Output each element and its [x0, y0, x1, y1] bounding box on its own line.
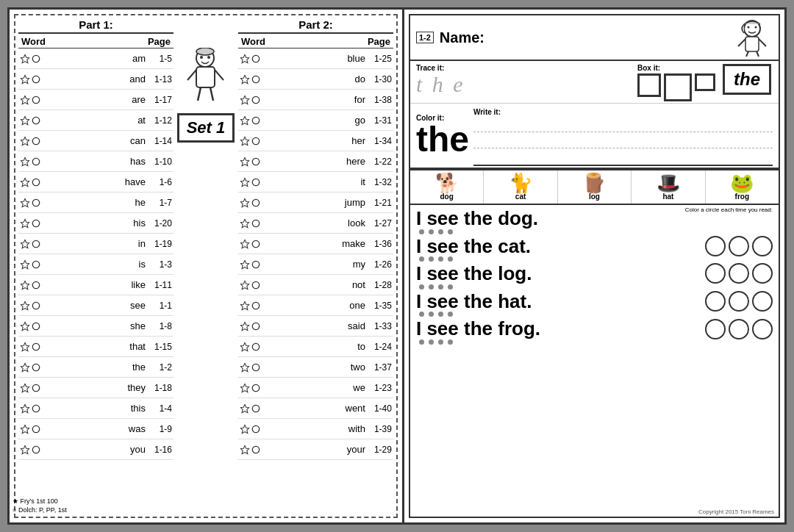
right-panel: 1-2 Name: [404, 10, 784, 522]
circle-icon [32, 384, 40, 392]
page-text: 1-14 [150, 136, 172, 146]
name-header: 1-2 Name: [410, 15, 779, 61]
dot [419, 312, 424, 317]
read-circle[interactable] [729, 291, 749, 312]
read-circle[interactable] [729, 319, 749, 339]
dot [429, 339, 434, 345]
word-row: can 1-14 [18, 131, 174, 151]
write-line-2[interactable] [473, 135, 773, 148]
svg-marker-53 [240, 96, 248, 104]
svg-point-62 [252, 179, 259, 185]
svg-point-68 [252, 240, 259, 247]
svg-point-88 [252, 446, 259, 453]
circles-group [705, 291, 773, 312]
circle-icon [251, 384, 260, 392]
dot [438, 229, 443, 234]
write-line-1[interactable] [473, 119, 773, 132]
star-icon [20, 342, 30, 352]
page-text: 1-37 [370, 362, 392, 373]
star-icon [240, 74, 250, 85]
svg-marker-67 [240, 240, 248, 248]
word-text: it [266, 176, 370, 187]
page-text: 1-24 [370, 342, 392, 352]
trace-text: t h e [416, 72, 634, 97]
picture-emoji: 🐸 [730, 173, 754, 193]
svg-point-29 [32, 343, 39, 350]
word-text: said [266, 320, 370, 331]
page-text: 1-16 [150, 445, 172, 455]
word-row: at 1-12 [18, 110, 174, 131]
page-text: 1-8 [150, 321, 172, 331]
word-row: like 1-11 [18, 275, 174, 295]
picture-emoji: 🐕 [435, 173, 459, 193]
svg-marker-77 [240, 342, 248, 351]
svg-point-43 [207, 56, 210, 59]
page-text: 1-32 [370, 177, 392, 187]
read-circle[interactable] [752, 319, 773, 339]
circles-group [705, 263, 773, 284]
read-circle[interactable] [752, 291, 773, 312]
svg-marker-75 [240, 322, 248, 330]
word-row: one 1-35 [238, 295, 393, 316]
sentence-text: I see the dog. [416, 208, 538, 229]
svg-marker-38 [21, 445, 29, 453]
svg-marker-26 [21, 322, 29, 330]
circle-icon [32, 96, 40, 104]
svg-marker-59 [240, 157, 248, 165]
word-text: in [46, 238, 150, 249]
svg-marker-20 [21, 260, 29, 268]
read-circle[interactable] [705, 319, 726, 339]
write-label: Write it: [473, 108, 773, 116]
word-text: her [266, 135, 370, 146]
circle-icon [32, 178, 40, 187]
word-text: and [46, 73, 150, 85]
box-e [695, 73, 715, 91]
left-panel: Part 1: Word Page am 1-5 [10, 10, 404, 522]
svg-marker-22 [21, 281, 29, 289]
svg-line-47 [198, 87, 201, 101]
word-row: is 1-3 [18, 254, 174, 275]
sentence-text: I see the hat. [416, 291, 532, 312]
word-row: two 1-37 [238, 357, 393, 378]
svg-marker-8 [21, 137, 29, 145]
page-text: 1-27 [370, 218, 392, 229]
read-circle[interactable] [705, 236, 726, 256]
picture-label: cat [515, 193, 526, 201]
page-text: 1-33 [370, 321, 392, 331]
star-icon [240, 218, 250, 229]
read-circle[interactable] [705, 263, 726, 284]
svg-point-13 [32, 179, 39, 185]
star-icon [20, 301, 30, 311]
read-circle[interactable] [729, 263, 749, 284]
star-icon [20, 95, 30, 105]
word-row: to 1-24 [238, 337, 393, 357]
read-circle[interactable] [705, 291, 726, 312]
read-circle[interactable] [752, 263, 773, 284]
page-text: 1-28 [370, 280, 392, 290]
svg-point-21 [32, 261, 39, 267]
word-row: her 1-34 [238, 131, 393, 151]
word-row: see 1-1 [18, 295, 174, 316]
circle-icon [32, 240, 40, 248]
read-circle[interactable] [752, 236, 773, 256]
star-icon [240, 239, 250, 249]
svg-marker-85 [240, 425, 248, 433]
star-icon [240, 403, 250, 414]
word-row: not 1-28 [238, 275, 393, 295]
page-text: 1-36 [370, 239, 392, 249]
svg-line-46 [215, 70, 223, 80]
page-text: 1-23 [370, 383, 392, 393]
copyright: Copyright 2015 Toni Reames [410, 507, 779, 517]
boxes-row [637, 73, 718, 101]
word-row: he 1-7 [18, 193, 174, 213]
page-text: 1-21 [370, 198, 392, 208]
circle-icon [251, 322, 260, 331]
flash-card: the [723, 64, 771, 95]
svg-marker-6 [21, 116, 29, 124]
svg-marker-51 [240, 75, 248, 83]
svg-line-45 [187, 70, 196, 80]
star-icon [240, 95, 250, 105]
write-line-solid[interactable] [473, 151, 773, 166]
read-circle[interactable] [729, 236, 749, 256]
svg-point-78 [252, 343, 259, 350]
